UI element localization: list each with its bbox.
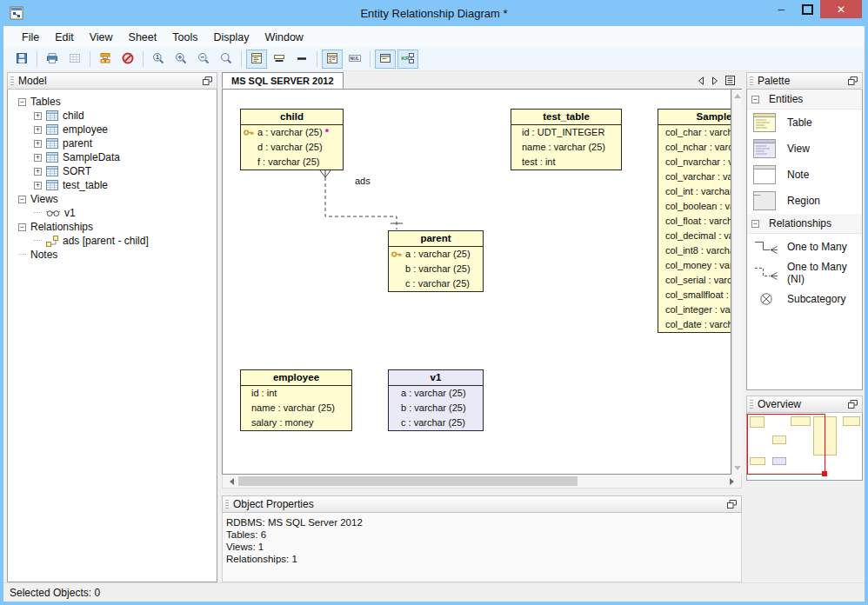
entity-column[interactable]: col_boolean : varchar: [658, 199, 731, 214]
entity-column[interactable]: id : UDT_INTEGER: [511, 125, 621, 140]
collapse-icon[interactable]: −: [751, 220, 759, 228]
tree-item-relationships[interactable]: −Relationships: [8, 220, 217, 234]
overview-viewport[interactable]: [747, 414, 825, 475]
tree-item-ads-parent-child[interactable]: ads [parent - child]: [8, 234, 217, 248]
horizontal-scroll-thumb[interactable]: [238, 476, 578, 486]
overview-minimap[interactable]: [746, 413, 863, 481]
entity-name[interactable]: v1: [389, 370, 483, 386]
entity-name[interactable]: child: [241, 110, 343, 125]
expand-icon[interactable]: +: [34, 168, 42, 176]
tree-item-sampledata[interactable]: +SampleData: [8, 150, 217, 164]
show-columns-button[interactable]: [322, 50, 343, 69]
disabled-button[interactable]: [117, 50, 138, 69]
close-button[interactable]: ✕: [820, 0, 862, 18]
view-line-button[interactable]: [291, 50, 312, 69]
entity-column[interactable]: f : varchar (25): [241, 155, 343, 170]
entity-column[interactable]: id : int: [241, 386, 351, 401]
tab-next-icon[interactable]: [711, 76, 718, 85]
tab-list-icon[interactable]: [725, 76, 735, 85]
tree-item-views[interactable]: −Views: [8, 192, 217, 206]
zoom-in-button[interactable]: [170, 50, 191, 69]
menu-item-display[interactable]: Display: [205, 31, 257, 43]
palette-item-view[interactable]: View: [747, 136, 862, 162]
zoom-button[interactable]: [216, 50, 237, 69]
save-button[interactable]: [11, 50, 32, 69]
grid-button[interactable]: [64, 50, 85, 69]
entity-name[interactable]: parent: [389, 231, 483, 247]
tree-item-parent[interactable]: +parent: [8, 136, 217, 150]
menu-item-tools[interactable]: Tools: [164, 31, 205, 43]
properties-float-button[interactable]: [726, 499, 738, 509]
menu-item-edit[interactable]: Edit: [47, 31, 82, 43]
splitter[interactable]: [222, 489, 742, 495]
collapse-icon[interactable]: −: [18, 223, 26, 231]
entity-name[interactable]: test_table: [511, 110, 621, 125]
palette-item-one-to-many[interactable]: One to Many: [747, 234, 862, 260]
entity-SampleData[interactable]: SampleDatacol_char : varcharcol_nchar : …: [658, 109, 731, 333]
palette-item-table[interactable]: Table: [747, 110, 862, 136]
expand-icon[interactable]: +: [34, 154, 42, 162]
scroll-right-icon[interactable]: [730, 478, 738, 485]
palette-item-note[interactable]: Note: [747, 162, 862, 188]
tree-item-sort[interactable]: +SORT: [8, 164, 217, 178]
palette-item-region[interactable]: Region: [747, 188, 862, 214]
menu-item-sheet[interactable]: Sheet: [121, 31, 165, 43]
entity-column[interactable]: b : varchar (25): [389, 401, 483, 416]
entity-column[interactable]: col_date : varchar: [658, 317, 731, 332]
palette-item-one-to-many-ni[interactable]: One to Many (NI): [747, 260, 862, 286]
tab-prev-icon[interactable]: [698, 76, 704, 85]
entity-child[interactable]: childa : varchar (25) *d : varchar (25)f…: [240, 109, 344, 170]
canvas[interactable]: childa : varchar (25) *d : varchar (25)f…: [222, 90, 731, 475]
entity-column[interactable]: col_char : varchar: [658, 125, 731, 140]
menu-item-file[interactable]: File: [14, 31, 47, 43]
entity-column[interactable]: col_decimal : varchar: [658, 229, 731, 243]
tree-item-tables[interactable]: −Tables: [8, 95, 217, 109]
expand-icon[interactable]: +: [34, 112, 42, 120]
tree-item-test-table[interactable]: +test_table: [8, 178, 217, 192]
tree-item-child[interactable]: +child: [8, 109, 217, 123]
tree-item-notes[interactable]: Notes: [8, 248, 217, 262]
entity-column[interactable]: d : varchar (25): [241, 140, 343, 155]
entity-column[interactable]: col_integer : varchar: [658, 302, 731, 317]
collapse-icon[interactable]: −: [18, 196, 26, 203]
entity-column[interactable]: col_int : varchar: [658, 184, 731, 199]
tree-item-v1[interactable]: v1: [8, 206, 217, 220]
menu-item-window[interactable]: Window: [257, 31, 310, 43]
entity-column[interactable]: salary : money: [241, 416, 351, 430]
entity-column[interactable]: col_serial : varchar: [658, 273, 731, 288]
entity-column[interactable]: name : varchar (25): [511, 140, 621, 155]
tree-item-employee[interactable]: +employee: [8, 123, 217, 136]
entity-column[interactable]: b : varchar (25): [389, 262, 483, 276]
auto-layout-button[interactable]: [95, 50, 116, 69]
show-null-button[interactable]: NUL: [344, 50, 365, 69]
expand-icon[interactable]: +: [34, 182, 42, 189]
entity-name[interactable]: SampleData: [658, 110, 731, 125]
entity-column[interactable]: col_smallfloat : varchar: [658, 288, 731, 302]
print-button[interactable]: [42, 50, 63, 69]
entity-v1[interactable]: v1a : varchar (25)b : varchar (25)c : va…: [388, 369, 484, 431]
entity-column[interactable]: c : varchar (25): [389, 276, 483, 291]
entity-column[interactable]: col_nvarchar : varchar: [658, 155, 731, 170]
menu-item-view[interactable]: View: [82, 31, 121, 43]
zoom-out-button[interactable]: [193, 50, 214, 69]
view-title-button[interactable]: [269, 50, 290, 69]
entity-test_table[interactable]: test_tableid : UDT_INTEGERname : varchar…: [511, 109, 622, 170]
entity-parent[interactable]: parenta : varchar (25)b : varchar (25)c …: [388, 230, 484, 292]
entity-column[interactable]: a : varchar (25): [389, 247, 483, 262]
palette-item-subcategory[interactable]: Subcategory: [747, 286, 862, 312]
entity-column[interactable]: col_float : varchar: [658, 214, 731, 229]
entity-name[interactable]: employee: [241, 370, 351, 386]
entity-employee[interactable]: employeeid : intname : varchar (25)salar…: [240, 369, 352, 431]
entity-column[interactable]: a : varchar (25): [389, 386, 483, 401]
collapse-icon[interactable]: −: [751, 96, 759, 103]
entity-column[interactable]: name : varchar (25): [241, 401, 351, 416]
entity-column[interactable]: test : int: [511, 155, 621, 170]
tab-ms-sql-server-2012[interactable]: MS SQL SERVER 2012: [222, 72, 344, 89]
entity-column[interactable]: col_money : varchar: [658, 258, 731, 273]
entity-column[interactable]: c : varchar (25): [389, 416, 483, 430]
show-keys-button[interactable]: KR: [397, 50, 418, 69]
scroll-left-icon[interactable]: [226, 478, 234, 485]
zoom-actual-button[interactable]: 1: [148, 50, 169, 69]
expand-icon[interactable]: +: [34, 126, 42, 134]
palette-section-entities[interactable]: −Entities: [747, 90, 862, 110]
